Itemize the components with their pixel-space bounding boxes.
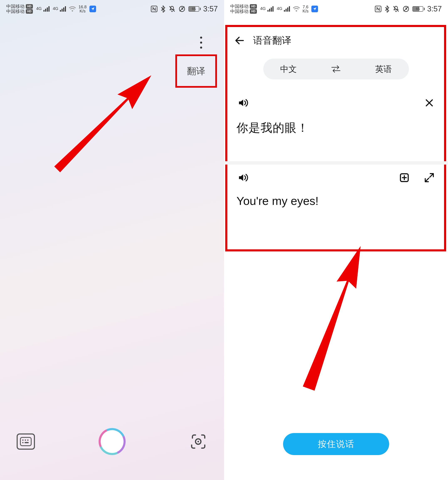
target-text: You're my eyes! [237, 194, 435, 208]
svg-point-9 [22, 442, 23, 443]
battery-icon: 65 [188, 6, 201, 12]
assistant-bottom-bar [0, 428, 224, 455]
network-speed: 7.6 K/s [302, 5, 308, 13]
section-divider [224, 161, 448, 165]
svg-marker-4 [50, 69, 159, 177]
nfc-icon [375, 5, 382, 13]
location-chip-icon [311, 6, 318, 12]
signal-bars-icon [43, 6, 50, 12]
svg-point-12 [197, 441, 199, 442]
hold-to-talk-label: 按住说话 [318, 438, 354, 450]
wifi-icon [69, 6, 76, 12]
play-source-audio-button[interactable] [237, 97, 249, 109]
battery-level: 65 [188, 6, 199, 12]
carrier-label: 中国移动 [230, 9, 249, 14]
swap-languages-button[interactable] [331, 65, 341, 73]
phone-right: 中国移动 HD 中国移动 HD 4G 4G 7.6 K/ [224, 0, 448, 480]
carrier-label: 中国移动 [230, 4, 249, 9]
svg-rect-10 [25, 442, 29, 443]
signal-block-1: 4G [36, 6, 50, 12]
carrier-block: 中国移动 HD 中国移动 HD [230, 4, 257, 14]
svg-point-7 [25, 439, 26, 441]
carrier-label: 中国移动 [6, 9, 25, 14]
battery-icon: 65 [412, 6, 425, 12]
speed-value: 16.8 [78, 5, 87, 9]
translate-entry-button[interactable]: 翻译 [187, 65, 205, 77]
status-right-cluster: 65 3:57 [148, 5, 218, 13]
net-label: 4G [277, 6, 282, 11]
nfc-icon [151, 5, 158, 13]
signal-bars-icon [284, 6, 290, 12]
speed-unit: K/s [78, 9, 87, 13]
clear-source-button[interactable] [423, 97, 435, 109]
target-panel: You're my eyes! [224, 168, 448, 208]
speed-value: 7.6 [302, 5, 308, 9]
source-text: 你是我的眼！ [237, 120, 435, 136]
bluetooth-icon [384, 5, 390, 13]
annotation-arrow-icon [257, 245, 407, 403]
battery-level: 65 [412, 6, 423, 12]
back-button[interactable] [232, 33, 247, 48]
add-to-collection-button[interactable] [398, 171, 411, 184]
play-target-audio-button[interactable] [237, 171, 249, 184]
mute-bell-icon [168, 5, 175, 13]
mute-bell-icon [392, 5, 399, 13]
voice-translate-header: 语音翻译 [224, 29, 448, 52]
status-left-cluster: 中国移动 HD 中国移动 HD 4G 4G 16.8 K [6, 4, 96, 14]
hold-to-talk-button[interactable]: 按住说话 [283, 433, 389, 455]
more-options-button[interactable] [193, 31, 210, 54]
svg-point-8 [27, 439, 29, 441]
vision-scan-button[interactable] [189, 433, 207, 450]
fullscreen-button[interactable] [423, 171, 435, 184]
signal-block-2: 4G [53, 6, 66, 12]
svg-line-1 [169, 6, 175, 12]
signal-block-2: 4G [277, 6, 290, 12]
signal-bars-icon [60, 6, 66, 12]
svg-line-14 [393, 6, 399, 12]
location-chip-icon [89, 6, 96, 12]
speed-unit: K/s [302, 9, 308, 13]
carrier-label: 中国移动 [6, 4, 25, 9]
keyboard-button[interactable] [17, 433, 35, 450]
hd-badge-icon: HD [250, 4, 257, 9]
net-label: 4G [260, 6, 266, 11]
language-selector: 中文 英语 [263, 59, 409, 79]
hd-badge-icon: HD [250, 9, 257, 14]
annotation-arrow-icon [27, 69, 173, 185]
signal-bars-icon [267, 6, 274, 12]
target-language-button[interactable]: 英语 [375, 63, 392, 75]
phone-left: 中国移动 HD 中国移动 HD 4G 4G 16.8 K [0, 0, 224, 480]
status-bar: 中国移动 HD 中国移动 HD 4G 4G 7.6 K/ [224, 0, 448, 16]
clock-label: 3:57 [427, 5, 442, 13]
wifi-icon [293, 6, 300, 12]
eye-comfort-icon [403, 5, 410, 13]
page-title: 语音翻译 [253, 34, 291, 47]
hd-badge-icon: HD [26, 9, 33, 14]
eye-comfort-icon [179, 5, 186, 13]
source-panel: 你是我的眼！ [224, 93, 448, 136]
hd-badge-icon: HD [26, 4, 33, 9]
translate-entry-highlight: 翻译 [175, 54, 217, 88]
voice-assistant-button[interactable] [95, 424, 129, 459]
net-label: 4G [36, 6, 42, 11]
source-language-button[interactable]: 中文 [280, 63, 297, 75]
bluetooth-icon [160, 5, 166, 13]
clock-label: 3:57 [203, 5, 218, 13]
net-label: 4G [53, 6, 58, 11]
signal-block-1: 4G [260, 6, 274, 12]
status-left-cluster: 中国移动 HD 中国移动 HD 4G 4G 7.6 K/ [230, 4, 318, 14]
svg-marker-18 [299, 245, 370, 392]
carrier-block: 中国移动 HD 中国移动 HD [6, 4, 33, 14]
svg-rect-5 [20, 438, 31, 446]
network-speed: 16.8 K/s [78, 5, 87, 13]
status-right-cluster: 65 3:57 [372, 5, 442, 13]
status-bar: 中国移动 HD 中国移动 HD 4G 4G 16.8 K [0, 0, 224, 16]
svg-point-6 [22, 439, 23, 441]
